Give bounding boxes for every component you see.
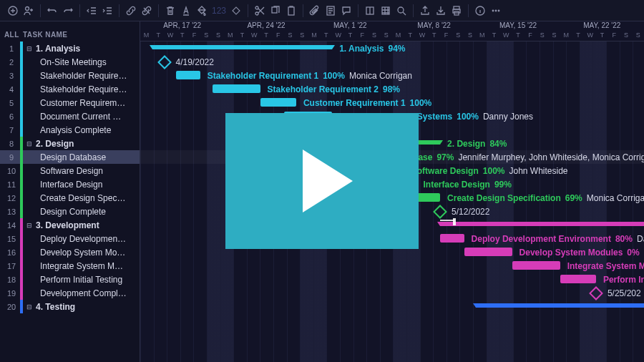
collapse-icon[interactable]: ⊟ bbox=[26, 140, 33, 147]
bar-task-name: Design Database bbox=[364, 152, 433, 162]
timeline-day-label: S bbox=[548, 31, 560, 41]
task-row[interactable]: 2On-Site Meetings bbox=[0, 55, 140, 69]
svg-point-17 bbox=[498, 9, 500, 11]
row-color-bar bbox=[20, 300, 23, 313]
columns-icon[interactable] bbox=[363, 4, 377, 18]
task-bar[interactable] bbox=[284, 112, 332, 120]
paint-icon[interactable] bbox=[195, 4, 209, 18]
task-bar[interactable] bbox=[560, 275, 596, 283]
summary-bar[interactable] bbox=[476, 303, 644, 308]
task-bar[interactable] bbox=[332, 152, 356, 161]
add-circle-icon[interactable] bbox=[6, 4, 20, 18]
task-row[interactable]: 3Stakeholder Require… bbox=[0, 69, 140, 82]
task-row[interactable]: 8⊟2. Design bbox=[0, 137, 140, 150]
body: ALL TASK NAME 1⊟1. Analysis2On-Site Meet… bbox=[0, 21, 644, 362]
task-row[interactable]: 19Development Compl… bbox=[0, 286, 140, 300]
delete-icon[interactable] bbox=[163, 4, 177, 18]
format-text-icon[interactable] bbox=[179, 4, 193, 18]
task-bar[interactable] bbox=[512, 261, 560, 270]
timeline-day-label: W bbox=[248, 31, 260, 41]
task-row[interactable]: 12Create Design Spec… bbox=[0, 191, 140, 205]
task-row[interactable]: 9Design Database bbox=[0, 150, 140, 164]
task-row[interactable]: 16Develop System Mo… bbox=[0, 245, 140, 259]
outdent-icon[interactable] bbox=[84, 4, 99, 18]
info-icon[interactable] bbox=[473, 4, 487, 18]
bar-label: Stakeholder Requirement 1100%Monica Corr… bbox=[208, 69, 412, 82]
collapse-icon[interactable]: ⊟ bbox=[26, 45, 33, 52]
bar-task-name: Develop System Modules bbox=[519, 248, 623, 258]
more-icon[interactable] bbox=[489, 4, 503, 18]
task-bar[interactable] bbox=[176, 71, 200, 79]
export-icon[interactable] bbox=[418, 4, 432, 18]
row-number: 19 bbox=[3, 289, 20, 298]
redo-icon[interactable] bbox=[61, 4, 75, 18]
timeline-day-label: T bbox=[572, 31, 585, 41]
summary-bar[interactable] bbox=[152, 45, 332, 49]
unlink-icon[interactable] bbox=[140, 4, 154, 18]
link-icon[interactable] bbox=[124, 4, 138, 18]
toolbar-separator bbox=[119, 4, 119, 17]
task-row[interactable]: 13Design Complete bbox=[0, 205, 140, 218]
timeline-day-label: M bbox=[392, 31, 404, 41]
task-row[interactable]: 7Analysis Complete bbox=[0, 123, 140, 137]
note-icon[interactable] bbox=[323, 4, 338, 18]
task-row[interactable]: 11Interface Design bbox=[0, 177, 140, 191]
task-row[interactable]: 5Customer Requirem… bbox=[0, 96, 140, 109]
task-row[interactable]: 10Software Design bbox=[0, 164, 140, 177]
add-user-icon[interactable] bbox=[21, 4, 36, 18]
task-row[interactable]: 15Deploy Developmen… bbox=[0, 232, 140, 245]
row-task-name: On-Site Meetings bbox=[40, 57, 107, 67]
indent-icon[interactable] bbox=[100, 4, 114, 18]
undo-icon[interactable] bbox=[45, 4, 59, 18]
zoom-icon[interactable] bbox=[394, 4, 409, 18]
timeline-day-label: T bbox=[404, 31, 416, 41]
row-color-bar bbox=[20, 191, 23, 205]
row-task-name: Stakeholder Require… bbox=[40, 71, 127, 81]
summary-bar[interactable] bbox=[440, 222, 644, 226]
paste-icon[interactable] bbox=[284, 4, 298, 18]
task-bar[interactable] bbox=[332, 166, 404, 175]
milestone-label: 5/25/202 bbox=[608, 288, 641, 298]
task-bar[interactable] bbox=[464, 248, 512, 256]
cut-icon[interactable] bbox=[253, 4, 267, 18]
task-row[interactable]: 20⊟4. Testing bbox=[0, 300, 140, 313]
print-icon[interactable] bbox=[449, 4, 464, 18]
task-bar[interactable] bbox=[440, 234, 464, 243]
task-row[interactable]: 18Perform Initial Testing bbox=[0, 273, 140, 286]
milestone-icon[interactable] bbox=[229, 4, 243, 18]
grid-icon[interactable] bbox=[379, 4, 393, 18]
collapse-icon[interactable]: ⊟ bbox=[26, 222, 33, 229]
task-bar[interactable] bbox=[380, 180, 416, 188]
row-number: 4 bbox=[3, 85, 20, 94]
timeline-day-label: S bbox=[296, 31, 308, 41]
bar-label: 1. Analysis94% bbox=[339, 41, 405, 55]
row-task-name: 1. Analysis bbox=[36, 44, 80, 54]
comment-icon[interactable] bbox=[339, 4, 353, 18]
import-icon[interactable] bbox=[434, 4, 448, 18]
bar-percent: 80% bbox=[615, 234, 633, 244]
task-row[interactable]: 6Document Current … bbox=[0, 109, 140, 123]
timeline-day-label: F bbox=[440, 31, 452, 41]
bar-assignee: Danny Jones bbox=[483, 112, 533, 122]
timeline-day-label: S bbox=[464, 31, 477, 41]
summary-bar[interactable] bbox=[332, 140, 440, 145]
task-bar[interactable] bbox=[213, 84, 260, 93]
header-task-name[interactable]: TASK NAME bbox=[23, 31, 135, 39]
task-list-panel: ALL TASK NAME 1⊟1. Analysis2On-Site Meet… bbox=[0, 21, 140, 362]
task-row[interactable]: 14⊟3. Development bbox=[0, 218, 140, 232]
task-row[interactable]: 1⊟1. Analysis bbox=[0, 41, 140, 55]
header-all[interactable]: ALL bbox=[4, 31, 23, 39]
row-number: 20 bbox=[3, 303, 20, 311]
copy-icon[interactable] bbox=[268, 4, 283, 18]
timeline-day-label: F bbox=[356, 31, 369, 41]
timeline-day-label: S bbox=[380, 31, 392, 41]
row-color-bar bbox=[20, 109, 23, 123]
bar-task-name: 2. Design bbox=[447, 139, 485, 149]
attachment-icon[interactable] bbox=[308, 4, 322, 18]
row-task-name: Analysis Complete bbox=[40, 125, 111, 135]
task-row[interactable]: 17Integrate System M… bbox=[0, 259, 140, 273]
collapse-icon[interactable]: ⊟ bbox=[26, 303, 33, 310]
task-bar[interactable] bbox=[416, 193, 441, 202]
task-bar[interactable] bbox=[260, 98, 296, 107]
task-row[interactable]: 4Stakeholder Require… bbox=[0, 82, 140, 96]
